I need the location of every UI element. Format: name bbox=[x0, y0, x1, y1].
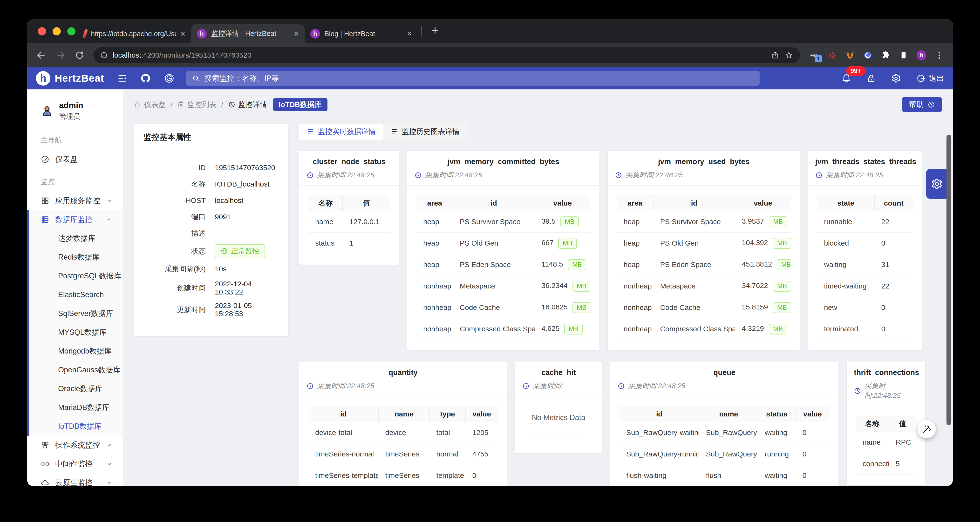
collapse-sidebar-icon[interactable] bbox=[117, 73, 127, 83]
sidebar-item-Redis数据库[interactable]: Redis数据库 bbox=[27, 248, 123, 267]
tab-realtime-data[interactable]: 监控实时数据详情 bbox=[299, 124, 383, 140]
breadcrumb-dashboard[interactable]: 仪表盘 bbox=[134, 100, 165, 109]
status-text: 正常监控 bbox=[231, 246, 259, 256]
tab-close-icon[interactable]: × bbox=[407, 29, 412, 38]
table-row: terminated0 bbox=[817, 318, 913, 340]
sidebar-item-label: Redis数据库 bbox=[58, 252, 100, 262]
metric-card-jvm_memory_committed_bytes: jvm_memory_committed_bytes采集时间:22:48:25a… bbox=[407, 151, 600, 351]
chevron-up-icon bbox=[106, 216, 112, 223]
site-info-icon[interactable] bbox=[100, 51, 108, 59]
avatar bbox=[41, 105, 53, 117]
new-tab-button[interactable]: + bbox=[425, 24, 445, 38]
monitor-search-box[interactable] bbox=[186, 71, 760, 86]
unit-badge: MB bbox=[773, 238, 791, 249]
cell: 39.5MB bbox=[535, 211, 590, 233]
no-metrics-data: No Metrics Data bbox=[524, 406, 593, 422]
cell: heap bbox=[417, 211, 453, 233]
status-badge: 正常监控 bbox=[215, 244, 265, 258]
sidebar-item-MariaDB数据库[interactable]: MariaDB数据库 bbox=[27, 398, 123, 417]
browser-tab-2[interactable]: hBlog | HertzBeat× bbox=[305, 24, 418, 43]
sidebar-item-Oracle数据库[interactable]: Oracle数据库 bbox=[27, 379, 123, 398]
sidebar-item-数据库监控[interactable]: 数据库监控 bbox=[27, 210, 123, 229]
browser-menu-icon[interactable] bbox=[934, 50, 944, 60]
share-icon[interactable] bbox=[771, 51, 780, 60]
property-value: 2023-01-05 15:28:53 bbox=[215, 301, 278, 318]
property-row: 描述 bbox=[143, 228, 278, 239]
github-icon[interactable] bbox=[140, 73, 151, 84]
cell: PS Eden Space bbox=[653, 254, 735, 276]
browser-tab-0[interactable]: https://iotdb.apache.org/UserG× bbox=[78, 24, 191, 43]
cell: 15.8159MB bbox=[735, 297, 791, 318]
bookmark-star-icon[interactable] bbox=[784, 51, 793, 60]
sidebar-item-Mongodb数据库[interactable]: Mongodb数据库 bbox=[27, 342, 123, 360]
sidebar-item-OpenGauss数据库[interactable]: OpenGauss数据库 bbox=[27, 360, 123, 379]
sidebar-item-达梦数据库[interactable]: 达梦数据库 bbox=[27, 229, 123, 248]
back-icon[interactable] bbox=[36, 50, 46, 60]
sidebar-item-PostgreSQL数据库[interactable]: PostgreSQL数据库 bbox=[27, 267, 123, 286]
gitee-icon[interactable] bbox=[164, 73, 175, 84]
sidebar-item-label: 仪表盘 bbox=[55, 154, 78, 164]
search-input[interactable] bbox=[204, 74, 754, 83]
app-header: h HertzBeat 99+ 退出 bbox=[27, 67, 953, 89]
extensions-puzzle-icon[interactable] bbox=[881, 50, 891, 60]
user-profile[interactable]: admin 管理员 bbox=[27, 96, 123, 127]
sidebar-item-ElasticSearch[interactable]: ElasticSearch bbox=[27, 286, 123, 304]
sidebar-item-操作系统监控[interactable]: 操作系统监控 bbox=[27, 436, 123, 455]
reload-icon[interactable] bbox=[75, 50, 84, 60]
sidebar-item-云原生监控[interactable]: 云原生监控 bbox=[27, 473, 123, 486]
table-row: new0 bbox=[817, 297, 913, 318]
cell: normal bbox=[430, 443, 465, 465]
tab-close-icon[interactable]: × bbox=[294, 29, 299, 38]
sidebar-item-IoTDB数据库[interactable]: IoTDB数据库 bbox=[27, 417, 123, 436]
cell: Compressed Class Space bbox=[653, 318, 735, 340]
translate-badge: 1 bbox=[815, 55, 822, 62]
notifications-button[interactable]: 99+ bbox=[842, 73, 851, 84]
property-label: HOST bbox=[143, 197, 206, 205]
help-button[interactable]: 帮助 bbox=[902, 97, 942, 112]
logout-button[interactable]: 退出 bbox=[916, 73, 944, 83]
sidebar-item-应用服务监控[interactable]: 应用服务监控 bbox=[27, 191, 123, 210]
extension-red-icon[interactable] bbox=[827, 50, 837, 60]
tab-close-icon[interactable]: × bbox=[180, 29, 185, 38]
sidebar-item-中间件监控[interactable]: 中间件监控 bbox=[27, 455, 123, 473]
column-header: area bbox=[417, 195, 453, 211]
close-window-button[interactable] bbox=[38, 27, 46, 35]
floating-wand-button[interactable] bbox=[918, 420, 936, 438]
brand-logo[interactable]: h HertzBeat bbox=[36, 71, 104, 86]
lock-icon[interactable] bbox=[866, 73, 876, 83]
metric-card-header: jvm_memory_used_bytes采集时间:22:48:25 bbox=[608, 151, 800, 186]
settings-gear-icon[interactable] bbox=[891, 73, 901, 83]
sidebar-item-仪表盘[interactable]: 仪表盘 bbox=[27, 150, 123, 169]
sidebar-item-MYSQL数据库[interactable]: MYSQL数据库 bbox=[27, 323, 123, 342]
translate-extension-icon[interactable]: en 1 bbox=[808, 52, 819, 59]
column-header: value bbox=[535, 195, 590, 211]
property-value: 2022-12-04 10:33:22 bbox=[215, 280, 278, 296]
browser-tab-1[interactable]: h监控详情 - HertzBeat× bbox=[191, 24, 305, 43]
extension-card-icon[interactable] bbox=[899, 50, 908, 60]
property-value: 9091 bbox=[215, 213, 231, 221]
forward-icon[interactable] bbox=[55, 50, 66, 60]
hertzbeat-extension-icon[interactable]: h bbox=[916, 50, 926, 60]
cell: Sub_RawQuery bbox=[699, 443, 758, 465]
address-bar[interactable]: localhost:4200/monitors/195151470763520 bbox=[93, 47, 800, 63]
clock-icon bbox=[307, 382, 314, 390]
minimize-window-button[interactable] bbox=[52, 27, 61, 35]
fullscreen-window-button[interactable] bbox=[67, 27, 75, 35]
cell: Code Cache bbox=[453, 297, 535, 318]
floating-settings-button[interactable] bbox=[926, 169, 947, 199]
sidebar-item-SqlServer数据库[interactable]: SqlServer数据库 bbox=[27, 304, 123, 323]
clock-icon bbox=[522, 382, 530, 390]
tab-history-charts[interactable]: 监控历史图表详情 bbox=[383, 124, 467, 140]
property-label: 描述 bbox=[143, 228, 206, 238]
extension-blue-icon[interactable] bbox=[863, 50, 873, 60]
page-scrollbar[interactable] bbox=[947, 135, 951, 425]
metamask-extension-icon[interactable] bbox=[845, 50, 855, 60]
metrics-table: areaidvalueheapPS Survivor Space39.5MBhe… bbox=[417, 195, 590, 340]
browser-tab-bar: https://iotdb.apache.org/UserG×h监控详情 - H… bbox=[27, 19, 953, 43]
collect-time: 采集时间:22:48:25 bbox=[854, 381, 918, 401]
sidebar-item-label: 云原生监控 bbox=[55, 478, 92, 486]
column-header: value bbox=[735, 195, 791, 211]
sidebar-item-label: Oracle数据库 bbox=[58, 384, 102, 394]
breadcrumb-monitor-list[interactable]: 监控列表 bbox=[177, 100, 216, 109]
unit-badge: MB bbox=[558, 238, 577, 249]
